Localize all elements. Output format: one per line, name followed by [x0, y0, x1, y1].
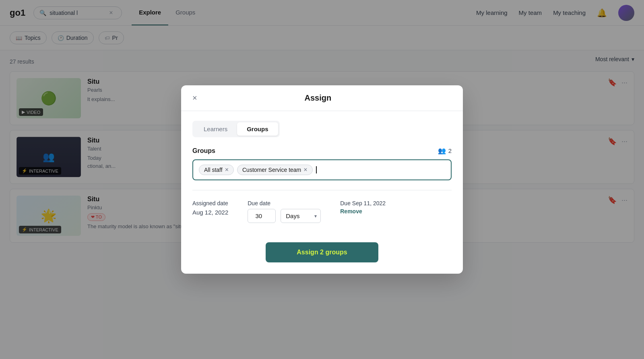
due-date-result: Due Sep 11, 2022: [340, 200, 386, 206]
due-date-group: Due date Days Weeks Months: [248, 200, 321, 223]
assigned-date-value: Aug 12, 2022: [192, 209, 228, 216]
people-icon: 👥: [438, 147, 446, 155]
assigned-date-group: Assigned date Aug 12, 2022: [192, 200, 228, 216]
due-date-row: Days Weeks Months: [248, 209, 321, 223]
tag-customer-service-team: Customer Service team ×: [237, 165, 313, 175]
tab-groups[interactable]: Groups: [237, 122, 278, 136]
due-days-input[interactable]: [248, 209, 276, 223]
groups-section-label: Groups: [192, 147, 215, 155]
tab-learners[interactable]: Learners: [194, 122, 237, 136]
groups-count: 👥 2: [438, 147, 452, 155]
tag-all-staff: All staff ×: [199, 165, 234, 175]
remove-all-staff-button[interactable]: ×: [225, 167, 229, 173]
modal-tabs: Learners Groups: [192, 121, 280, 137]
assigned-date-label: Assigned date: [192, 200, 228, 206]
modal-close-button[interactable]: ×: [192, 93, 197, 103]
assign-modal: × Assign Learners Groups Groups 👥 2: [181, 85, 463, 274]
due-period-select[interactable]: Days Weeks Months: [281, 209, 321, 223]
groups-tag-input[interactable]: All staff × Customer Service team ×: [192, 159, 452, 180]
modal-footer: Assign 2 groups: [181, 242, 463, 274]
text-cursor: [316, 166, 317, 173]
due-period-wrapper: Days Weeks Months: [281, 209, 321, 223]
remove-due-date-button[interactable]: Remove: [340, 208, 386, 215]
due-date-label: Due date: [248, 200, 321, 206]
assign-groups-button[interactable]: Assign 2 groups: [266, 242, 378, 262]
remove-customer-service-button[interactable]: ×: [303, 167, 307, 173]
modal-overlay: × Assign Learners Groups Groups 👥 2: [0, 0, 644, 359]
modal-body: Learners Groups Groups 👥 2 All staff × C…: [181, 111, 463, 242]
groups-section-header: Groups 👥 2: [192, 147, 452, 155]
due-info: Due Sep 11, 2022 Remove: [340, 200, 386, 215]
modal-header: × Assign: [181, 85, 463, 111]
section-divider: [192, 190, 452, 190]
modal-title: Assign: [305, 93, 332, 103]
date-section: Assigned date Aug 12, 2022 Due date Days…: [192, 200, 452, 223]
